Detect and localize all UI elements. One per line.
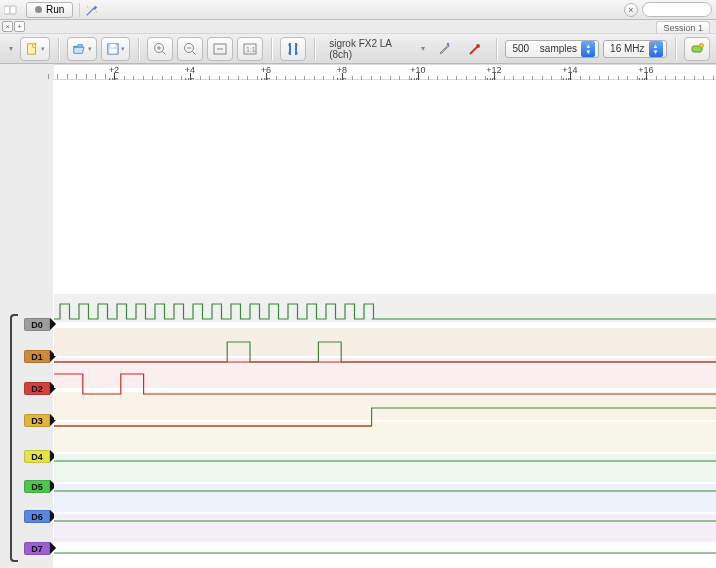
svg-rect-17 xyxy=(54,328,716,356)
channel-label-d3[interactable]: D3 xyxy=(24,414,50,427)
device-label: sigrok FX2 LA (8ch) xyxy=(323,38,414,60)
svg-rect-0 xyxy=(4,6,10,14)
zoom-out-icon xyxy=(182,41,198,57)
clear-button[interactable]: × xyxy=(624,3,638,17)
probe-icon xyxy=(467,41,483,57)
channel-label-d0[interactable]: D0 xyxy=(24,318,50,331)
decoder-icon xyxy=(689,41,705,57)
samplerate-value: 16 MHz xyxy=(610,43,644,54)
session-tab-label: Session 1 xyxy=(663,23,703,33)
new-session-button[interactable]: ▾ xyxy=(20,37,50,61)
channel-label-d2[interactable]: D2 xyxy=(24,382,50,395)
svg-rect-1 xyxy=(10,6,16,14)
channel-label-d5[interactable]: D5 xyxy=(24,480,50,493)
samples-unit: samples xyxy=(540,43,577,54)
svg-rect-21 xyxy=(54,454,716,482)
stepper-icon: ▲▼ xyxy=(581,41,595,57)
svg-point-13 xyxy=(476,44,480,48)
search-input[interactable] xyxy=(642,2,712,17)
time-ruler[interactable]: +2 µs+4 µs+6 µs+8 µs+10 µs+12 µs+14 µs+1… xyxy=(54,64,716,80)
waveform-svg xyxy=(54,80,716,568)
svg-rect-23 xyxy=(54,514,716,542)
add-decoder-button[interactable] xyxy=(684,37,710,61)
tool-toggle[interactable] xyxy=(79,3,103,17)
wrench-icon xyxy=(437,41,453,57)
channel-label-d7[interactable]: D7 xyxy=(24,542,50,555)
session-close-button[interactable]: × xyxy=(2,21,13,32)
new-file-icon xyxy=(25,41,39,57)
session-add-button[interactable]: + xyxy=(14,21,25,32)
svg-point-15 xyxy=(700,43,704,47)
svg-point-2 xyxy=(87,5,89,7)
device-menu[interactable]: ▾ xyxy=(418,44,428,53)
samples-value: 500 xyxy=(512,43,529,54)
traffic-lights xyxy=(4,4,22,16)
zoom-out-button[interactable] xyxy=(177,37,203,61)
open-folder-icon xyxy=(72,41,86,57)
zoom-1to1-button[interactable]: 1:1 xyxy=(237,37,263,61)
main-toolbar: ▾ ▾ ▾ ▾ 1:1 sigrok FX2 LA (8ch) ▾ 500 sa… xyxy=(0,34,716,64)
zoom-in-button[interactable] xyxy=(147,37,173,61)
svg-text:1:1: 1:1 xyxy=(246,46,256,53)
window-titlebar: Run × xyxy=(0,0,716,20)
svg-rect-22 xyxy=(54,484,716,512)
zoom-in-icon xyxy=(152,41,168,57)
samples-select[interactable]: 500 samples ▲▼ xyxy=(505,40,599,58)
samplerate-select[interactable]: 16 MHz ▲▼ xyxy=(603,40,667,58)
cursors-icon xyxy=(285,41,301,57)
svg-rect-19 xyxy=(54,392,716,420)
channel-label-d6[interactable]: D6 xyxy=(24,510,50,523)
probes-button[interactable] xyxy=(462,37,488,61)
channel-brace xyxy=(10,314,18,562)
stepper-icon: ▲▼ xyxy=(649,41,663,57)
run-button[interactable]: Run xyxy=(26,2,73,18)
open-button[interactable]: ▾ xyxy=(67,37,97,61)
cursors-button[interactable] xyxy=(280,37,306,61)
svg-point-3 xyxy=(95,10,97,12)
svg-rect-7 xyxy=(109,49,116,53)
svg-rect-6 xyxy=(110,43,115,46)
save-icon xyxy=(106,41,120,57)
channel-label-d1[interactable]: D1 xyxy=(24,350,50,363)
toolbar-expander-left[interactable]: ▾ xyxy=(6,44,16,53)
run-button-label: Run xyxy=(46,4,64,15)
zoom-actual-icon: 1:1 xyxy=(242,41,258,57)
wand-icon xyxy=(85,3,99,17)
zoom-fit-icon xyxy=(212,41,228,57)
session-tab[interactable]: Session 1 xyxy=(656,21,710,33)
record-dot-icon xyxy=(35,6,42,13)
channel-label-d4[interactable]: D4 xyxy=(24,450,50,463)
waveform-canvas[interactable] xyxy=(54,80,716,568)
configure-device-button[interactable] xyxy=(432,37,458,61)
waveform-area: D0D1D2D3D4D5D6D7 xyxy=(0,80,716,568)
close-icon: × xyxy=(628,5,633,15)
zoom-fit-button[interactable] xyxy=(207,37,233,61)
save-button[interactable]: ▾ xyxy=(101,37,131,61)
svg-rect-16 xyxy=(54,294,716,322)
channel-gutter: D0D1D2D3D4D5D6D7 xyxy=(0,80,54,568)
session-tab-strip: × + Session 1 xyxy=(0,20,716,34)
